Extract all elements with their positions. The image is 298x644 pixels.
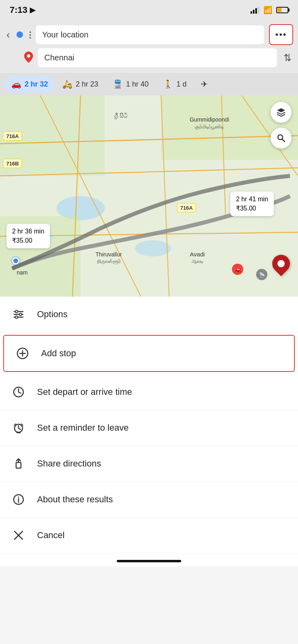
info-icon (11, 492, 26, 507)
options-menu-item[interactable]: Options (0, 297, 298, 332)
share-icon (11, 456, 26, 471)
route-label-1: 2 hr 36 min ₹35.00 (6, 224, 50, 248)
layers-button[interactable] (271, 102, 292, 123)
about-label: About these results (37, 494, 113, 505)
tab-motorbike[interactable]: 🛵 2 hr 23 (56, 76, 105, 92)
svg-text:716A: 716A (180, 205, 193, 211)
svg-text:ශ්‍රී සිටි: ශ්‍රී සිටි (114, 112, 128, 119)
destination-input[interactable] (38, 48, 277, 67)
depart-time-label: Set depart or arrive time (37, 387, 132, 397)
route-cost-1: ₹35.00 (12, 236, 44, 245)
route-dots (29, 31, 31, 39)
options-label: Options (37, 309, 68, 320)
battery-icon (276, 7, 288, 13)
home-indicator (0, 553, 298, 566)
route-time-1: 2 hr 36 min (12, 227, 44, 236)
depart-time-menu-item[interactable]: Set depart or arrive time (0, 374, 298, 410)
route-cost-2: ₹35.00 (236, 204, 268, 213)
svg-point-41 (15, 316, 18, 318)
alarm-icon (11, 421, 26, 435)
svg-text:ஆவடி: ஆவடி (192, 258, 203, 264)
svg-text:Thiruvallur: Thiruvallur (95, 251, 122, 258)
status-time: 7:13 ▶ (10, 5, 35, 15)
svg-point-0 (27, 54, 30, 58)
svg-text:Avadi: Avadi (190, 251, 205, 258)
origin-row: ‹ ••• (5, 24, 293, 45)
svg-text:716A: 716A (6, 133, 19, 139)
car-time: 2 hr 32 (25, 80, 48, 89)
x-icon (11, 528, 26, 543)
destination-row: ⇅ (5, 48, 293, 67)
time-display: 7:13 (10, 5, 27, 15)
walk-icon: 🚶 (163, 79, 173, 89)
add-stop-label: Add stop (41, 348, 76, 359)
status-bar: 7:13 ▶ 📶 (0, 0, 298, 20)
motorbike-time: 2 hr 23 (76, 80, 98, 89)
plus-circle-icon (15, 346, 30, 361)
svg-line-50 (19, 428, 21, 429)
battery-fill (277, 8, 281, 12)
transport-tabs: 🚗 2 hr 32 🛵 2 hr 23 🚆 1 hr 40 🚶 1 d ✈ (0, 73, 298, 95)
cancel-label: Cancel (37, 530, 64, 541)
svg-text:nam: nam (17, 269, 27, 276)
ellipsis-icon: ••• (275, 29, 287, 40)
svg-point-3 (135, 240, 171, 256)
reminder-label: Set a reminder to leave (37, 423, 128, 433)
car-icon: 🚗 (11, 79, 21, 89)
walk-time: 1 d (176, 80, 186, 89)
map-search-button[interactable] (271, 128, 292, 149)
motorbike-icon: 🛵 (62, 79, 72, 89)
svg-point-40 (19, 313, 22, 316)
svg-line-47 (19, 392, 21, 393)
svg-text:🚗: 🚗 (234, 266, 242, 273)
origin-dot-icon (17, 31, 23, 38)
status-icons: 📶 (250, 6, 288, 14)
nav-header: ‹ ••• ⇅ (0, 20, 298, 73)
svg-text:716B: 716B (6, 161, 19, 167)
share-directions-label: Share directions (37, 458, 101, 469)
add-stop-menu-item[interactable]: Add stop (4, 336, 294, 371)
about-menu-item[interactable]: About these results (0, 482, 298, 518)
swap-button[interactable]: ⇅ (282, 51, 293, 65)
svg-text:📡: 📡 (259, 272, 265, 278)
svg-text:Gummidipoondi: Gummidipoondi (190, 116, 229, 123)
transit-icon: 🚆 (113, 79, 123, 89)
home-bar (117, 560, 181, 562)
current-location-dot (12, 257, 19, 264)
share-menu-item[interactable]: Share directions (0, 446, 298, 482)
tab-car[interactable]: 🚗 2 hr 32 (5, 76, 54, 92)
svg-line-35 (282, 139, 285, 142)
sliders-icon (11, 307, 26, 322)
transit-time: 1 hr 40 (126, 80, 149, 89)
reminder-menu-item[interactable]: Set a reminder to leave (0, 410, 298, 446)
tab-transit[interactable]: 🚆 1 hr 40 (106, 76, 155, 92)
destination-pin-icon (24, 52, 33, 64)
clock-icon (11, 385, 26, 399)
cancel-menu-item[interactable]: Cancel (0, 518, 298, 553)
signal-icon (250, 6, 259, 14)
tab-flight[interactable]: ✈ (195, 76, 214, 92)
route-time-2: 2 hr 41 min (236, 195, 268, 204)
more-options-button[interactable]: ••• (269, 24, 293, 45)
flight-icon: ✈ (201, 79, 208, 89)
back-button[interactable]: ‹ (5, 27, 12, 43)
tab-walk[interactable]: 🚶 1 d (157, 76, 193, 92)
route-label-2: 2 hr 41 min ₹35.00 (230, 192, 274, 216)
menu-section: Options Add stop Set depart or arrive ti… (0, 297, 298, 553)
svg-rect-54 (16, 462, 21, 468)
wifi-icon: 📶 (263, 6, 272, 14)
origin-input[interactable] (36, 25, 264, 44)
svg-point-39 (15, 310, 18, 313)
svg-text:கும்மிடிப்பூண்டி: கும்மிடிப்பூண்டி (195, 124, 224, 130)
svg-point-58 (18, 497, 19, 498)
location-arrow-icon: ▶ (30, 6, 35, 14)
svg-text:திருவள்ளூர்: திருவள்ளூர் (97, 258, 121, 264)
map-area: ශ්‍රී සිටි Gummidipoondi கும்மிடிப்பூண்ட… (0, 95, 298, 297)
